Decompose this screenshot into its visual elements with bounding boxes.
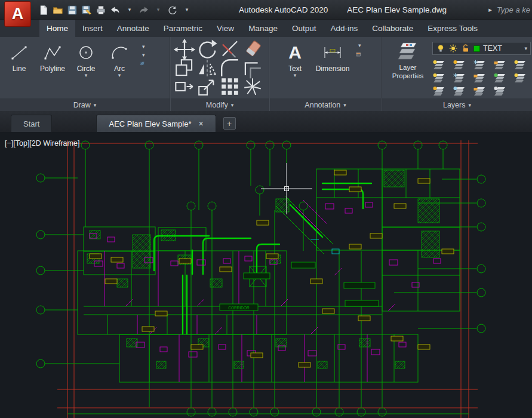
- chevron-down-icon[interactable]: ▾: [142, 44, 145, 50]
- polyline-button[interactable]: Polyline: [36, 37, 69, 78]
- save-icon: [67, 5, 78, 16]
- plus-icon: +: [227, 119, 232, 128]
- circle-button[interactable]: Circle ▾: [69, 37, 103, 78]
- table-icon[interactable]: [356, 52, 361, 57]
- viewport-view-control[interactable]: [Top]: [13, 139, 29, 147]
- layer-freeze-icon[interactable]: [473, 60, 487, 70]
- chevron-down-icon[interactable]: ▾: [118, 73, 121, 78]
- annotation-panel-label[interactable]: Annotation ▾: [270, 99, 381, 111]
- layer-lock-icon[interactable]: [493, 60, 508, 70]
- search-placeholder: Type a ke: [497, 5, 530, 14]
- autocad-logo: A: [12, 5, 24, 23]
- layer-isolate-icon[interactable]: [453, 60, 467, 70]
- tab-parametric[interactable]: Parametric: [156, 20, 210, 37]
- quick-access-toolbar: ▾ ▾ ▾: [37, 2, 193, 18]
- titlebar: A ▾ ▾: [0, 0, 532, 20]
- tab-document[interactable]: AEC Plan Elev Sample* ×: [96, 115, 216, 132]
- viewport-style-control[interactable]: [2D Wireframe]: [29, 139, 79, 147]
- layer-on-icon[interactable]: [513, 60, 528, 70]
- layer-freeze-all-icon[interactable]: [453, 73, 467, 83]
- printer-icon: [96, 5, 106, 16]
- circle-icon: [76, 41, 96, 64]
- panel-annotation: A Text ▾ Dimension ▾: [270, 37, 381, 111]
- save-as-icon: [81, 5, 92, 16]
- refresh-button[interactable]: [166, 2, 179, 18]
- layer-current-icon[interactable]: [493, 73, 508, 83]
- app-menu-button[interactable]: A: [4, 1, 31, 27]
- layer-properties-label-2: Properties: [392, 72, 423, 80]
- line-label: Line: [13, 64, 26, 73]
- chevron-down-icon[interactable]: ▾: [524, 46, 527, 51]
- chevron-down-icon: ▾: [343, 103, 346, 108]
- save-button[interactable]: [66, 2, 79, 18]
- layer-properties-button[interactable]: Layer Properties: [388, 41, 428, 81]
- circle-label: Circle: [77, 64, 96, 73]
- dimension-icon: [322, 41, 343, 64]
- tab-insert[interactable]: Insert: [75, 20, 110, 37]
- plot-button[interactable]: [94, 2, 107, 18]
- sun-icon[interactable]: [448, 44, 458, 53]
- draw-panel-label[interactable]: Draw ▾: [0, 99, 170, 111]
- chevron-down-icon[interactable]: ▾: [85, 73, 88, 78]
- layer-unlock-icon[interactable]: [473, 73, 487, 83]
- viewport-minimize-control[interactable]: [−]: [5, 139, 13, 147]
- layer-thaw-icon[interactable]: [432, 73, 447, 83]
- chevron-down-icon: ▾: [94, 103, 97, 108]
- tab-output[interactable]: Output: [285, 20, 324, 37]
- redo-button[interactable]: [137, 2, 150, 18]
- new-tab-button[interactable]: +: [223, 117, 236, 130]
- magenta-fixtures: [90, 202, 441, 357]
- qat-customize-button[interactable]: ▾: [180, 2, 193, 18]
- arc-button[interactable]: Arc ▾: [103, 37, 136, 78]
- layers-panel-label[interactable]: Layers ▾: [382, 99, 532, 111]
- layer-prev-icon[interactable]: [493, 86, 508, 96]
- corridor-label: CORRIDOR: [228, 306, 250, 310]
- infocenter-search[interactable]: ▸ Type a ke: [488, 0, 530, 20]
- tab-collaborate[interactable]: Collaborate: [365, 20, 420, 37]
- tab-express-tools[interactable]: Express Tools: [420, 20, 485, 37]
- tab-manage[interactable]: Manage: [241, 20, 285, 37]
- line-button[interactable]: Line: [2, 37, 36, 78]
- panel-draw: Line Polyline Circle ▾: [0, 37, 170, 111]
- layer-color-swatch[interactable]: [473, 45, 480, 52]
- layer-delete-icon[interactable]: [473, 86, 487, 96]
- new-file-button[interactable]: [37, 2, 50, 18]
- undo-dropdown[interactable]: ▾: [123, 2, 136, 18]
- ribbon-tab-bar: Home Insert Annotate Parametric View Man…: [0, 20, 532, 37]
- stretch-icon[interactable]: [173, 75, 196, 98]
- tab-add-ins[interactable]: Add-ins: [323, 20, 365, 37]
- layer-walk-icon[interactable]: [513, 73, 528, 83]
- hatch-icon[interactable]: [140, 61, 145, 66]
- new-file-icon: [38, 5, 49, 16]
- chevron-down-icon[interactable]: ▾: [358, 43, 361, 48]
- tab-start[interactable]: Start: [11, 115, 52, 132]
- text-label: Text: [288, 64, 302, 73]
- current-layer-dropdown[interactable]: TEXT ▾: [432, 42, 531, 55]
- explode-icon[interactable]: [241, 75, 264, 98]
- layer-merge-icon[interactable]: [453, 86, 467, 96]
- array-icon[interactable]: [219, 75, 241, 98]
- chevron-down-icon[interactable]: ▾: [142, 53, 145, 58]
- undo-button[interactable]: [109, 2, 122, 18]
- viewport-controls: [−] [Top] [2D Wireframe]: [5, 139, 79, 147]
- close-tab-icon[interactable]: ×: [198, 119, 203, 128]
- text-button[interactable]: A Text ▾: [278, 37, 312, 78]
- unlock-icon[interactable]: [461, 44, 471, 53]
- tab-home[interactable]: Home: [39, 20, 75, 37]
- redo-dropdown[interactable]: ▾: [152, 2, 165, 18]
- floor-plan-drawing[interactable]: CORRIDOR: [0, 132, 532, 418]
- bulb-icon[interactable]: [436, 44, 445, 53]
- open-file-button[interactable]: [51, 2, 64, 18]
- dimension-button[interactable]: Dimension: [312, 37, 353, 78]
- layer-state-icon[interactable]: [432, 86, 447, 96]
- layer-off-icon[interactable]: [432, 60, 447, 70]
- chevron-down-icon[interactable]: ▾: [294, 73, 297, 78]
- tab-view[interactable]: View: [210, 20, 241, 37]
- save-as-button[interactable]: [80, 2, 93, 18]
- tab-annotate[interactable]: Annotate: [110, 20, 156, 37]
- modify-panel-label[interactable]: Modify ▾: [171, 99, 269, 111]
- drawing-canvas[interactable]: [−] [Top] [2D Wireframe]: [0, 132, 532, 418]
- scale-icon[interactable]: [196, 75, 219, 98]
- chevron-down-icon: ▾: [231, 103, 234, 108]
- layer-tools-grid: [432, 60, 532, 96]
